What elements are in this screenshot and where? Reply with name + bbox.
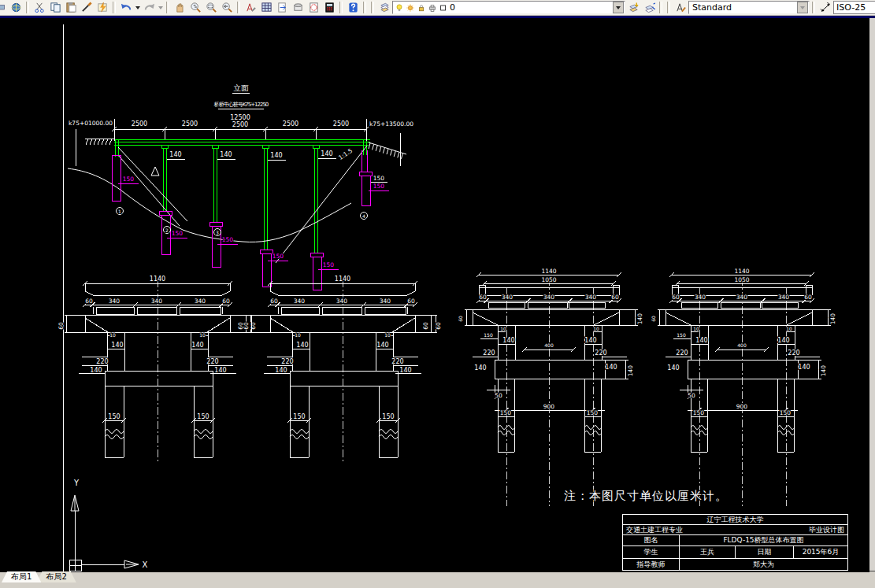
zoom-window-icon[interactable] (203, 1, 219, 14)
window-edge (869, 18, 875, 571)
dim-label: 12500 (230, 114, 250, 121)
help-icon[interactable] (345, 1, 361, 14)
current-layer-name: 0 (450, 2, 455, 13)
layer-control-combo[interactable]: 0 (392, 1, 625, 14)
toolbar-separator (237, 2, 240, 13)
pile-dim-label: 150 (123, 176, 135, 183)
publish-icon[interactable] (8, 1, 24, 14)
elevation-view: 1 2 3 4 立面 桥中心桩号K75+12250 桥中心桩号K75+12250… (68, 83, 413, 290)
paste-icon[interactable] (63, 1, 79, 14)
titleblock-date-label: 日期 (735, 546, 793, 558)
marker-label: 3 (216, 230, 219, 235)
titleblock-student: 王兵 (679, 546, 735, 558)
titleblock-name-label: 图名 (623, 535, 679, 545)
tab-layout1[interactable]: 布局1 (2, 571, 41, 582)
station-right: k75+13500.00 (369, 120, 413, 128)
dim-label: 150 (373, 175, 385, 182)
ucs-y-label: Y (73, 479, 80, 487)
markup-set-manager-icon[interactable] (306, 1, 321, 14)
text-style-combo[interactable]: Standard (688, 1, 810, 14)
elevation-title: 立面 (234, 83, 250, 92)
undo-icon[interactable] (118, 1, 134, 14)
layer-lock-icon[interactable] (417, 3, 426, 13)
current-dim-style: ISO-25 (836, 2, 866, 13)
pan-icon[interactable] (172, 1, 187, 14)
undo-dropdown-icon[interactable] (134, 1, 141, 14)
zoom-realtime-icon[interactable] (187, 1, 203, 14)
tab-layout1-label: 布局1 (11, 571, 32, 582)
dim-label: 2500 (283, 120, 298, 128)
pile-dim-label: 150 (273, 253, 284, 260)
zoom-previous-icon[interactable] (219, 1, 235, 14)
edit-text-icon[interactable] (243, 1, 258, 14)
dim-label: 2500 (333, 120, 349, 128)
marker-label: 2 (165, 227, 169, 233)
layer-visibility-bulb-icon[interactable] (395, 3, 404, 13)
toolbar-separator (667, 2, 670, 13)
toolbar-separator (659, 2, 662, 13)
toolbar-separator (363, 2, 366, 13)
layout-tab-bar: 布局1 布局2 (0, 571, 875, 583)
toolbar: 0 Standard ISO-25 (0, 0, 875, 16)
dim-label: 2500 (232, 121, 248, 128)
titleblock-advisor: 郑大为 (679, 559, 847, 570)
tab-layout2-label: 布局2 (46, 571, 66, 582)
dim-label: 140 (169, 151, 181, 158)
pile-dim-label: 150 (172, 230, 184, 237)
block-editor-icon[interactable] (95, 1, 110, 14)
titleblock-doctype: 毕业设计图 (809, 525, 844, 534)
titleblock-university: 辽宁工程技术大学 (623, 515, 847, 524)
elevation-subtitle-overlap: 桥中心桩号K75+12250 (218, 101, 269, 108)
pile-dim-label: 150 (323, 261, 335, 268)
pile-dim-label: 150 (222, 236, 234, 243)
sheet-set-manager-icon[interactable] (290, 1, 306, 14)
redo-icon[interactable] (141, 1, 157, 14)
cut-icon[interactable] (32, 1, 47, 14)
titleblock-date: 2015年6月 (793, 546, 847, 558)
quick-calc-icon[interactable] (321, 1, 337, 14)
tab-layout2[interactable]: 布局2 (36, 571, 76, 582)
plot-preview-icon[interactable] (0, 1, 8, 14)
dim-label: 2500 (182, 120, 198, 128)
make-object-layer-current-icon[interactable] (625, 1, 641, 14)
ucs-icon: Y X (69, 479, 148, 571)
titleblock-advisor-label: 指导教师 (623, 559, 679, 570)
titleblock-student-label: 学生 (623, 546, 679, 558)
layer-properties-icon[interactable] (376, 1, 392, 14)
style-dropdown-icon[interactable] (797, 2, 808, 13)
text-style-icon[interactable] (673, 1, 688, 14)
dim-style-combo[interactable]: ISO-25 (833, 1, 875, 14)
drawing-canvas[interactable]: 1140 60 340 340 340 60 60 60 60 10 10 14… (0, 18, 869, 572)
current-text-style: Standard (692, 2, 732, 13)
tool-palettes-icon[interactable] (274, 1, 290, 14)
layer-previous-icon[interactable] (641, 1, 657, 14)
layer-freeze-sun-icon[interactable] (406, 3, 415, 13)
match-properties-icon[interactable] (79, 1, 95, 14)
toolbar-separator (113, 2, 116, 13)
design-center-icon[interactable] (258, 1, 274, 14)
unit-note: 注：本图尺寸单位以厘米计。 (564, 489, 728, 503)
redo-dropdown-icon[interactable] (157, 1, 164, 14)
layer-plot-icon[interactable] (428, 3, 437, 13)
toolbar-separator (371, 2, 374, 13)
toolbar-separator (26, 2, 29, 13)
dim-style-icon[interactable] (818, 1, 833, 14)
ucs-x-label: X (143, 560, 148, 569)
layer-dropdown-icon[interactable] (613, 2, 624, 13)
toolbar-separator (339, 2, 343, 13)
slope-label: 1:1.5 (337, 147, 354, 161)
dim-label: 2500 (132, 120, 147, 128)
marker-label: 1 (118, 209, 121, 214)
station-left: k75+01000.00 (69, 120, 113, 127)
dim-label: 140 (220, 151, 232, 158)
marker-label: 4 (362, 213, 365, 219)
titleblock-drawing-name: FLDQ-15桥型总体布置图 (679, 535, 847, 545)
copy-icon[interactable] (47, 1, 63, 14)
dim-label: 140 (270, 152, 282, 159)
titleblock-major: 交通土建工程专业 (626, 525, 683, 534)
bridge-drawing: 1140 60 340 340 340 60 60 60 60 10 10 14… (0, 18, 869, 572)
ground-line (68, 168, 351, 242)
toolbar-separator (166, 2, 169, 13)
pile-dim-label: 150 (373, 183, 385, 190)
title-block: 辽宁工程技术大学 交通土建工程专业 毕业设计图 图名 FLDQ-15桥型总体布置… (622, 514, 848, 571)
